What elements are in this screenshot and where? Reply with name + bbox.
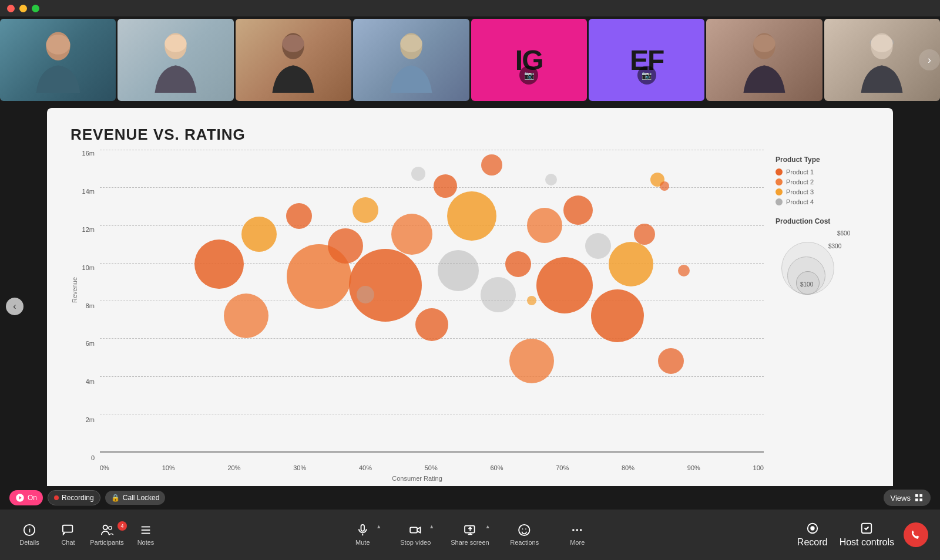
chart-bubble xyxy=(328,228,363,264)
x-label: 20% xyxy=(227,464,240,471)
chart-bubble xyxy=(658,348,684,374)
bottom-toolbar: i Details Chat 4 Participants Notes ▲ Mu… xyxy=(0,510,940,560)
chat-icon xyxy=(62,524,75,537)
chart-bubble xyxy=(563,195,593,225)
next-participant-arrow[interactable]: › xyxy=(919,49,940,70)
participants-label: Participants xyxy=(90,539,123,546)
grid-line xyxy=(100,301,764,301)
participant-count-badge: 4 xyxy=(118,521,127,531)
close-button[interactable] xyxy=(7,5,15,12)
chart-bubble xyxy=(349,249,422,322)
x-label: 0% xyxy=(100,464,109,471)
chart-bubble xyxy=(447,191,496,241)
camera-icon xyxy=(409,524,422,537)
record-button[interactable]: Record xyxy=(795,522,830,548)
toolbar-right: Record Host controls xyxy=(795,522,928,548)
sub-arrow-icon: ▲ xyxy=(429,524,434,529)
chart-area: 0 2m 4m 6m 8m 10m 12m 14m 16m Revenue xyxy=(70,150,870,482)
call-locked-label: Call Locked xyxy=(123,494,160,502)
prev-slide-arrow[interactable]: ‹ xyxy=(6,298,24,315)
grid-line xyxy=(100,225,764,226)
chart-bubble xyxy=(415,308,448,341)
grid-line xyxy=(100,376,764,377)
chart-bubble xyxy=(609,242,653,286)
chart-bubble xyxy=(545,174,557,185)
chat-label: Chat xyxy=(61,539,75,546)
minimize-button[interactable] xyxy=(19,5,27,12)
legend-label: Product 2 xyxy=(786,178,814,185)
participant-tile[interactable] xyxy=(0,19,116,101)
participant-tile[interactable] xyxy=(118,19,233,101)
participant-tile[interactable] xyxy=(706,19,822,101)
recording-dot xyxy=(54,495,59,500)
y-label: 16m xyxy=(70,150,97,157)
svg-point-32 xyxy=(572,529,575,531)
chart-bubble xyxy=(660,181,669,191)
more-button[interactable]: More xyxy=(560,524,595,546)
grid-line xyxy=(100,414,764,414)
x-label: 80% xyxy=(622,464,634,471)
views-btn[interactable]: Views xyxy=(884,490,931,506)
toolbar-center: ▲ Mute ▲ Stop video ▲ Share screen React… xyxy=(345,524,595,546)
legend-item: Product 3 xyxy=(776,188,870,195)
slide-title: REVENUE VS. RATING xyxy=(70,126,870,144)
chart-bubble xyxy=(505,251,531,277)
more-icon xyxy=(571,524,584,537)
chart-bubble xyxy=(391,214,432,255)
notes-icon xyxy=(139,524,152,537)
fullscreen-button[interactable] xyxy=(32,5,39,12)
chat-button[interactable]: Chat xyxy=(51,524,86,546)
end-call-button[interactable] xyxy=(904,522,928,547)
record-label: Record xyxy=(797,537,828,548)
participant-tile[interactable] xyxy=(353,19,469,101)
chart-main: 0 2m 4m 6m 8m 10m 12m 14m 16m Revenue xyxy=(70,150,764,482)
chart-bubble xyxy=(357,286,374,303)
chart-bubble xyxy=(527,208,562,243)
main-presentation-area: ‹ REVENUE VS. RATING 0 2m 4m 6m 8m 10m 1… xyxy=(0,103,940,510)
y-label: 4m xyxy=(70,378,97,385)
legend-label: Product 3 xyxy=(786,188,814,195)
share-screen-button[interactable]: ▲ Share screen xyxy=(451,524,489,546)
notes-button[interactable]: Notes xyxy=(128,524,163,546)
more-label: More xyxy=(570,539,585,546)
reactions-label: Reactions xyxy=(510,539,539,546)
chart-bubble xyxy=(678,265,690,276)
chart-bubble xyxy=(352,197,378,223)
reactions-button[interactable]: Reactions xyxy=(507,524,542,546)
recording-badge[interactable]: Recording xyxy=(48,490,100,505)
host-controls-icon xyxy=(860,522,873,535)
status-row: On Recording 🔒 Call Locked Views xyxy=(0,486,940,510)
chart-bubble xyxy=(194,239,244,289)
host-controls-button[interactable]: Host controls xyxy=(840,522,894,548)
call-locked-badge[interactable]: 🔒 Call Locked xyxy=(105,491,166,505)
y-axis: 0 2m 4m 6m 8m 10m 12m 14m 16m xyxy=(70,150,97,461)
ai-status-badge[interactable]: On xyxy=(9,490,43,505)
x-label: 40% xyxy=(359,464,372,471)
participant-tile-ef[interactable]: EF 📷 xyxy=(589,19,704,101)
stop-video-button[interactable]: ▲ Stop video xyxy=(398,524,433,546)
svg-point-12 xyxy=(871,35,893,52)
sub-arrow-icon: ▲ xyxy=(485,524,491,529)
chart-bubble xyxy=(634,224,655,245)
svg-point-3 xyxy=(164,35,186,52)
x-label: 90% xyxy=(687,464,700,471)
sub-arrow-icon: ▲ xyxy=(376,524,381,529)
cost-circles: $600 $300 $100 xyxy=(776,230,846,295)
legend-item: Product 1 xyxy=(776,168,870,176)
mute-button[interactable]: ▲ Mute xyxy=(345,524,380,546)
details-button[interactable]: i Details xyxy=(12,524,47,546)
legend-label: Product 4 xyxy=(786,198,814,205)
participant-tile-ig[interactable]: IG 📷 xyxy=(471,19,587,101)
y-label: 12m xyxy=(70,226,97,233)
participant-tile[interactable] xyxy=(236,19,351,101)
svg-rect-19 xyxy=(63,525,73,532)
video-off-icon: 📷 xyxy=(519,66,538,85)
y-label: 6m xyxy=(70,340,97,347)
svg-point-5 xyxy=(283,35,304,52)
lock-icon: 🔒 xyxy=(111,494,120,502)
cost-legend: Production Cost $600 $300 $100 xyxy=(776,217,870,295)
participants-button[interactable]: 4 Participants xyxy=(89,524,125,546)
ai-icon xyxy=(15,493,25,502)
svg-point-20 xyxy=(103,525,108,529)
legend-item: Product 2 xyxy=(776,178,870,185)
